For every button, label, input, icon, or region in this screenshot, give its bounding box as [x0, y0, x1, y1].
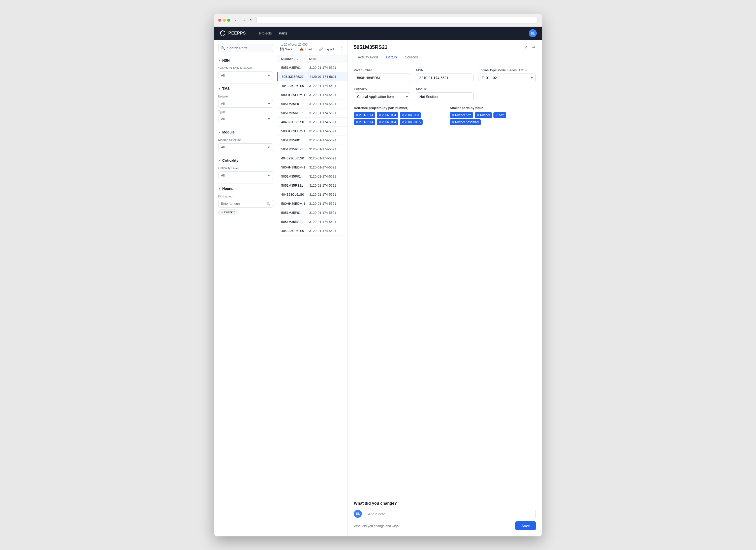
nav-item-parts[interactable]: Parts [276, 28, 290, 39]
table-row[interactable]: 5051M35RS21 3120-01-174-5621 [277, 72, 348, 81]
tab-details[interactable]: Details [382, 53, 401, 62]
filter-label-tms: TMS [222, 87, 230, 91]
table-row[interactable]: 580HH89EDM-1 3120-01-174-5621 [277, 199, 348, 208]
remove-tag-icon[interactable]: ⦻ [221, 211, 223, 214]
tag-remove-icon[interactable]: ✕ [402, 114, 404, 117]
table-row[interactable]: 404323CL61S0 3120-01-174-5621 [277, 118, 348, 127]
col-header-number[interactable]: Number ▲▼ [281, 57, 309, 61]
table-row[interactable]: 5051M35P01 3120-01-174-5621 [277, 172, 348, 181]
filter-header-nsn[interactable]: ▼ NSN [214, 56, 277, 65]
table-row[interactable]: 5051M35RS21 3120-01-174-5621 [277, 145, 348, 154]
filter-label-nouns: Nouns [222, 187, 233, 191]
filter-label-module: Module [222, 130, 235, 134]
table-row[interactable]: 404323CL61S0 3120-01-174-5621 [277, 81, 348, 90]
divider-nsn-tms [218, 83, 273, 84]
export-button[interactable]: 🔗 Export [317, 46, 336, 52]
reference-tag[interactable]: ✕ 200RT114 [354, 119, 375, 125]
tag-remove-icon[interactable]: ✕ [402, 121, 404, 124]
filter-label-nsn: NSN [222, 58, 230, 62]
part-number-input[interactable] [354, 74, 411, 82]
table-row[interactable]: 5051M35P01 3120-01-174-5621 [277, 136, 348, 145]
tag-remove-icon[interactable]: ✕ [379, 121, 381, 124]
filter-header-criticality[interactable]: ▼ Criticality [214, 156, 277, 165]
reference-tag[interactable]: ✕ 200RT094 [377, 119, 398, 125]
msn-input[interactable] [416, 74, 473, 82]
form-group-tms: Engine Type Model Series (TMS) F101-102 [479, 68, 536, 82]
save-label: Save [285, 47, 293, 51]
tag-remove-icon[interactable]: ✕ [495, 114, 498, 117]
module-field-input[interactable] [416, 92, 473, 101]
table-row[interactable]: 5051M35P01 3120-01-174-5621 [277, 100, 348, 109]
search-input[interactable] [218, 44, 273, 52]
noun-input[interactable] [218, 200, 273, 208]
table-row[interactable]: 5051M35RS21 3120-01-174-5621 [277, 217, 348, 227]
table-row[interactable]: 5051M35RS21 3120-01-174-5621 [277, 181, 348, 190]
table-row[interactable]: 5051M35RS21 3120-01-174-5621 [277, 109, 348, 118]
tag-remove-icon[interactable]: ✕ [379, 114, 381, 117]
criticality-select[interactable]: All [218, 172, 273, 179]
tms-engine-select[interactable]: All [218, 100, 273, 108]
table-row[interactable]: 580HH89EDM-1 3120-01-174-5621 [277, 90, 348, 100]
reference-tag[interactable]: ✕ 200RT093 [400, 112, 421, 118]
table-row[interactable]: 5051M35P01 3120-01-174-5621 [277, 63, 348, 72]
expand-button[interactable]: ⇗ [523, 44, 528, 51]
tag-remove-icon[interactable]: ✕ [452, 121, 454, 124]
cell-number: 5051M35RS21 [281, 220, 309, 224]
table-row[interactable]: 404323CL61S0 3120-01-174-5621 [277, 154, 348, 163]
similar-tag[interactable]: ✕ Rudder [475, 112, 492, 118]
reference-tag[interactable]: ✕ 200RT0115 [400, 119, 423, 125]
similar-tag[interactable]: ✕ Rudder Assembly [450, 119, 481, 125]
cell-nsn: 3120-01-174-5621 [309, 129, 343, 133]
more-options-icon[interactable]: ⋮ [339, 46, 343, 52]
table-row[interactable]: 5051M35P01 3120-01-174-5621 [277, 208, 348, 217]
col-header-nsn[interactable]: NSN [309, 57, 343, 61]
nsn-sub-label: Search for NSN Numbers [218, 67, 273, 70]
similar-parts-label: Similar parts by noun [450, 106, 536, 110]
cell-nsn: 3120-01-174-5621 [309, 138, 343, 142]
user-avatar[interactable]: SL [529, 29, 537, 37]
filter-header-module[interactable]: ▼ Module [214, 128, 277, 136]
tag-remove-icon[interactable]: ✕ [477, 114, 479, 117]
table-row[interactable]: 580HH89EDM-1 3120-01-174-5621 [277, 127, 348, 136]
form-group-spacer [479, 87, 536, 101]
tms-select[interactable]: F101-102 [479, 74, 536, 82]
browser-chrome: ← → ↻ [214, 14, 542, 27]
reference-tag[interactable]: ✕ 200RT094 [377, 112, 398, 118]
cell-nsn: 3120-01-174-5621 [309, 147, 343, 151]
similar-tag[interactable]: ✕ Arm [493, 112, 506, 118]
comment-input[interactable] [365, 510, 536, 518]
tab-sources[interactable]: Sources [401, 53, 422, 62]
table-row[interactable]: 580HH89EDM-1 3120-01-174-5621 [277, 163, 348, 172]
similar-tag[interactable]: ✕ Rudder Arm [450, 112, 473, 118]
module-select[interactable]: All [218, 143, 273, 151]
criticality-field-select[interactable]: Critical Application Item [354, 92, 411, 101]
dock-right-button[interactable]: ⇥ [530, 44, 536, 51]
reference-tag[interactable]: ✕ 200RT114 [354, 112, 375, 118]
tag-remove-icon[interactable]: ✕ [452, 114, 454, 117]
detail-save-button[interactable]: Save [515, 521, 536, 530]
filter-header-tms[interactable]: ▼ TMS [214, 85, 277, 93]
table-row[interactable]: 404323CL61S0 3120-01-174-5621 [277, 227, 348, 236]
tag-remove-icon[interactable]: ✕ [356, 114, 358, 117]
back-button[interactable]: ← [233, 18, 239, 23]
url-bar[interactable] [257, 17, 538, 23]
criticality-sub-label: Criticality Level [218, 167, 273, 170]
similar-parts-group: Similar parts by noun ✕ Rudder Arm✕ Rudd… [450, 106, 536, 125]
maximize-dot[interactable] [227, 19, 230, 22]
tag-remove-icon[interactable]: ✕ [356, 121, 358, 124]
load-button[interactable]: 📤 Load [298, 46, 314, 52]
table-row[interactable]: 404323CL61S0 3120-01-174-5621 [277, 190, 348, 199]
load-label: Load [305, 47, 312, 51]
noun-tag-bushing[interactable]: ⦻ Bushing [218, 210, 237, 215]
filter-header-nouns[interactable]: ▼ Nouns [214, 185, 277, 193]
nsn-select[interactable]: All [218, 72, 273, 79]
refresh-button[interactable]: ↻ [248, 18, 254, 23]
tms-type-select[interactable]: All [218, 115, 273, 123]
forward-button[interactable]: → [241, 18, 246, 23]
nav-item-projects[interactable]: Projects [256, 28, 275, 39]
close-dot[interactable] [218, 19, 221, 22]
tab-activity-feed[interactable]: Activity Feed [354, 53, 382, 62]
save-button[interactable]: 💾 Save [278, 46, 295, 52]
minimize-dot[interactable] [223, 19, 226, 22]
browser-window: ← → ↻ PEEPPS Projects Parts SL [214, 14, 542, 536]
